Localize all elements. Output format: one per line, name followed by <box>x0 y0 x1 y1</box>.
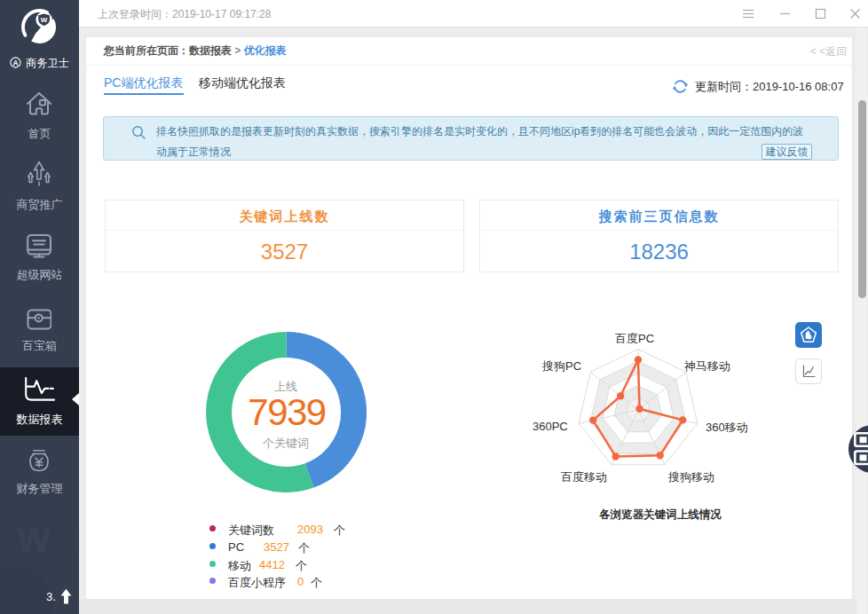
svg-text:A: A <box>12 59 18 67</box>
svg-text:W: W <box>41 16 48 24</box>
